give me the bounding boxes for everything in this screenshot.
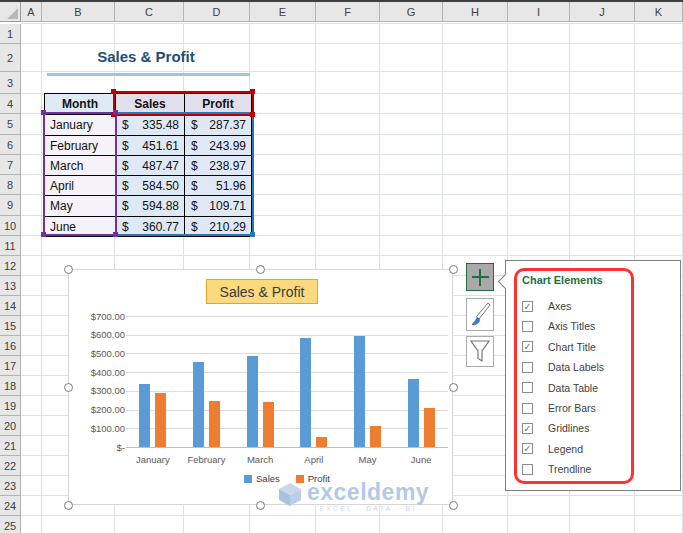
row-header-8[interactable]: 8 bbox=[0, 175, 21, 195]
table-cell-profit[interactable]: $238.97 bbox=[184, 155, 252, 176]
row-header-3[interactable]: 3 bbox=[0, 72, 21, 94]
row-header-16[interactable]: 16 bbox=[0, 336, 21, 356]
checkbox-label[interactable]: Legend bbox=[548, 443, 583, 455]
table-cell-sales[interactable]: $584.50 bbox=[115, 175, 185, 196]
row-header-13[interactable]: 13 bbox=[0, 276, 21, 296]
selection-handle[interactable] bbox=[250, 89, 255, 94]
checkbox-label[interactable]: Error Bars bbox=[548, 402, 596, 414]
selection-handle[interactable] bbox=[41, 232, 46, 237]
column-header-E[interactable]: E bbox=[250, 2, 316, 22]
table-cell-month[interactable]: May bbox=[44, 195, 116, 217]
table-cell-profit[interactable]: $109.71 bbox=[184, 195, 252, 217]
element-row-axes[interactable]: ✓Axes bbox=[522, 296, 571, 316]
element-row-error-bars[interactable]: Error Bars bbox=[522, 398, 596, 418]
row-header-17[interactable]: 17 bbox=[0, 356, 21, 376]
chart-filters-button[interactable] bbox=[466, 336, 494, 367]
checkbox-unchecked[interactable] bbox=[522, 464, 533, 475]
bar-sales[interactable] bbox=[193, 362, 204, 447]
column-header-G[interactable]: G bbox=[380, 2, 443, 22]
chart-styles-button[interactable] bbox=[466, 298, 494, 331]
legend-item-sales[interactable]: Sales bbox=[244, 473, 280, 484]
table-cell-profit[interactable]: $287.37 bbox=[184, 114, 252, 136]
table-cell-profit[interactable]: $210.29 bbox=[184, 216, 252, 237]
chart-resize-handle[interactable] bbox=[64, 265, 73, 274]
checkbox-unchecked[interactable] bbox=[522, 403, 533, 414]
checkbox-label[interactable]: Chart Title bbox=[548, 341, 596, 353]
table-cell-month[interactable]: February bbox=[44, 135, 116, 156]
row-header-1[interactable]: 1 bbox=[0, 24, 21, 44]
chart-resize-handle[interactable] bbox=[64, 383, 73, 392]
row-header-19[interactable]: 19 bbox=[0, 396, 21, 416]
select-all-corner[interactable] bbox=[0, 2, 21, 22]
table-header-sales[interactable]: Sales bbox=[115, 93, 185, 115]
element-row-chart-title[interactable]: ✓Chart Title bbox=[522, 337, 596, 357]
table-cell-month[interactable]: April bbox=[44, 175, 116, 196]
element-row-data-labels[interactable]: Data Labels bbox=[522, 357, 604, 377]
table-cell-sales[interactable]: $451.61 bbox=[115, 135, 185, 156]
selection-handle[interactable] bbox=[250, 232, 255, 237]
bar-profit[interactable] bbox=[424, 408, 435, 447]
checkbox-label[interactable]: Axis Titles bbox=[548, 320, 595, 332]
chart-area[interactable]: Sales & Profit $700.00$600.00$500.00$400… bbox=[68, 269, 453, 505]
row-header-5[interactable]: 5 bbox=[0, 114, 21, 135]
chart-resize-handle[interactable] bbox=[256, 501, 265, 510]
chart-resize-handle[interactable] bbox=[449, 265, 458, 274]
table-cell-profit[interactable]: $51.96 bbox=[184, 175, 252, 196]
table-cell-sales[interactable]: $594.88 bbox=[115, 195, 185, 217]
bar-sales[interactable] bbox=[354, 336, 365, 447]
column-header-K[interactable]: K bbox=[635, 2, 683, 22]
checkbox-unchecked[interactable] bbox=[522, 362, 533, 373]
bar-profit[interactable] bbox=[155, 393, 166, 447]
bar-profit[interactable] bbox=[263, 402, 274, 447]
bar-sales[interactable] bbox=[408, 379, 419, 447]
row-header-21[interactable]: 21 bbox=[0, 436, 21, 456]
selection-handle[interactable] bbox=[111, 89, 116, 94]
element-row-legend[interactable]: ✓Legend bbox=[522, 439, 583, 459]
column-header-F[interactable]: F bbox=[316, 2, 380, 22]
bar-sales[interactable] bbox=[247, 356, 258, 447]
chart-title[interactable]: Sales & Profit bbox=[206, 279, 318, 304]
bar-profit[interactable] bbox=[316, 437, 327, 447]
checkbox-label[interactable]: Axes bbox=[548, 300, 571, 312]
bar-profit[interactable] bbox=[370, 426, 381, 447]
table-cell-month[interactable]: June bbox=[44, 216, 116, 237]
row-header-9[interactable]: 9 bbox=[0, 195, 21, 216]
table-cell-sales[interactable]: $335.48 bbox=[115, 114, 185, 136]
column-header-C[interactable]: C bbox=[115, 2, 184, 22]
checkbox-label[interactable]: Data Table bbox=[548, 382, 598, 394]
table-cell-month[interactable]: January bbox=[44, 114, 116, 136]
row-header-14[interactable]: 14 bbox=[0, 296, 21, 316]
checkbox-unchecked[interactable] bbox=[522, 321, 533, 332]
column-header-D[interactable]: D bbox=[184, 2, 250, 22]
column-header-B[interactable]: B bbox=[42, 2, 115, 22]
selection-handle[interactable] bbox=[41, 110, 46, 115]
checkbox-unchecked[interactable] bbox=[522, 382, 533, 393]
element-row-gridlines[interactable]: ✓Gridlines bbox=[522, 418, 589, 438]
row-header-20[interactable]: 20 bbox=[0, 416, 21, 436]
checkbox-checked[interactable]: ✓ bbox=[522, 423, 533, 434]
row-header-10[interactable]: 10 bbox=[0, 216, 21, 236]
chart-resize-handle[interactable] bbox=[64, 501, 73, 510]
bar-profit[interactable] bbox=[209, 401, 220, 447]
row-header-24[interactable]: 24 bbox=[0, 496, 21, 516]
table-cell-sales[interactable]: $360.77 bbox=[115, 216, 185, 237]
row-header-6[interactable]: 6 bbox=[0, 135, 21, 155]
selection-handle[interactable] bbox=[113, 232, 118, 237]
row-header-7[interactable]: 7 bbox=[0, 155, 21, 175]
row-header-2[interactable]: 2 bbox=[0, 44, 21, 72]
chart-resize-handle[interactable] bbox=[449, 383, 458, 392]
row-header-4[interactable]: 4 bbox=[0, 94, 21, 114]
element-row-data-table[interactable]: Data Table bbox=[522, 378, 598, 398]
row-header-12[interactable]: 12 bbox=[0, 256, 21, 276]
table-cell-profit[interactable]: $243.99 bbox=[184, 135, 252, 156]
table-cell-sales[interactable]: $487.47 bbox=[115, 155, 185, 176]
table-header-profit[interactable]: Profit bbox=[184, 93, 252, 115]
table-header-month[interactable]: Month bbox=[44, 93, 116, 115]
bar-sales[interactable] bbox=[139, 384, 150, 447]
selection-handle[interactable] bbox=[113, 110, 118, 115]
row-header-25[interactable]: 25 bbox=[0, 516, 21, 533]
chart-elements-button[interactable] bbox=[466, 263, 494, 291]
element-row-axis-titles[interactable]: Axis Titles bbox=[522, 316, 595, 336]
chart-resize-handle[interactable] bbox=[256, 265, 265, 274]
checkbox-label[interactable]: Data Labels bbox=[548, 361, 604, 373]
